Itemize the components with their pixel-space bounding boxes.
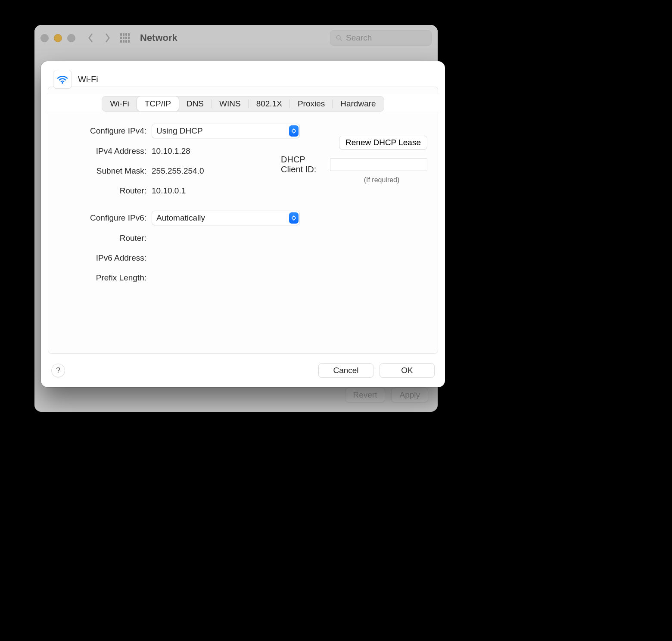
nav-forward-button[interactable] xyxy=(101,29,114,47)
configure-ipv6-value: Automatically xyxy=(156,213,205,223)
tab-dns[interactable]: DNS xyxy=(179,96,212,111)
search-field[interactable]: Search xyxy=(330,30,432,46)
help-button[interactable]: ? xyxy=(51,364,65,377)
configure-ipv4-value: Using DHCP xyxy=(156,126,203,136)
sheet-header: Wi-Fi xyxy=(41,61,445,94)
apply-button[interactable]: Apply xyxy=(391,388,428,402)
updown-stepper-icon xyxy=(289,125,299,137)
chevron-left-icon xyxy=(87,33,93,43)
ipv4-address-label: IPv4 Address: xyxy=(59,146,152,156)
nav-back-button[interactable] xyxy=(84,29,97,47)
tab-proxies[interactable]: Proxies xyxy=(290,96,333,111)
network-pane-footer: Revert Apply xyxy=(345,388,429,402)
tab-8021x[interactable]: 802.1X xyxy=(249,96,290,111)
renew-dhcp-lease-button[interactable]: Renew DHCP Lease xyxy=(339,136,427,149)
dhcp-client-id-hint: (If required) xyxy=(336,176,427,184)
configure-ipv6-select[interactable]: Automatically xyxy=(152,211,300,225)
wifi-icon xyxy=(53,70,72,89)
titlebar: Network Search xyxy=(34,25,438,51)
configure-ipv4-select[interactable]: Using DHCP xyxy=(152,124,300,138)
minimize-window-button[interactable] xyxy=(54,34,62,42)
svg-point-2 xyxy=(62,82,63,84)
prefix-length-label: Prefix Length: xyxy=(59,273,152,283)
ipv4-router-label: Router: xyxy=(59,186,152,196)
close-window-button[interactable] xyxy=(40,34,49,42)
ipv6-address-label: IPv6 Address: xyxy=(59,253,152,263)
tab-wifi[interactable]: Wi-Fi xyxy=(102,96,137,111)
subnet-mask-value: 255.255.254.0 xyxy=(152,166,204,176)
sheet-footer: ? Cancel OK xyxy=(41,359,445,387)
chevron-right-icon xyxy=(105,33,111,43)
svg-line-1 xyxy=(340,39,342,40)
sheet-tabs: Wi-Fi TCP/IP DNS WINS 802.1X Proxies Har… xyxy=(102,96,384,112)
configure-ipv4-label: Configure IPv4: xyxy=(59,126,152,136)
tcpip-panel: Configure IPv4: Using DHCP IPv4 Address:… xyxy=(48,112,438,354)
tab-wins[interactable]: WINS xyxy=(212,96,249,111)
search-placeholder: Search xyxy=(346,33,372,43)
cancel-button[interactable]: Cancel xyxy=(318,363,373,378)
updown-stepper-icon xyxy=(289,212,299,224)
window-title: Network xyxy=(140,32,177,44)
ipv4-address-value: 10.10.1.28 xyxy=(152,146,190,156)
configure-ipv6-label: Configure IPv6: xyxy=(59,213,152,223)
ipv4-router-value: 10.10.0.1 xyxy=(152,186,186,196)
zoom-window-button[interactable] xyxy=(67,34,75,42)
show-all-prefs-button[interactable] xyxy=(120,33,130,43)
ipv6-router-label: Router: xyxy=(59,233,152,243)
subnet-mask-label: Subnet Mask: xyxy=(59,166,152,176)
advanced-network-sheet: Wi-Fi Wi-Fi TCP/IP DNS WINS 802.1X Proxi… xyxy=(41,61,445,387)
tab-tcpip[interactable]: TCP/IP xyxy=(137,96,179,112)
ok-button[interactable]: OK xyxy=(380,363,435,378)
tab-hardware[interactable]: Hardware xyxy=(333,96,383,111)
window-controls xyxy=(40,34,75,42)
revert-button[interactable]: Revert xyxy=(345,388,386,402)
search-icon xyxy=(336,34,342,41)
dhcp-client-id-field[interactable] xyxy=(330,158,427,171)
dhcp-client-id-label: DHCP Client ID: xyxy=(281,155,325,174)
interface-name: Wi-Fi xyxy=(78,75,98,84)
